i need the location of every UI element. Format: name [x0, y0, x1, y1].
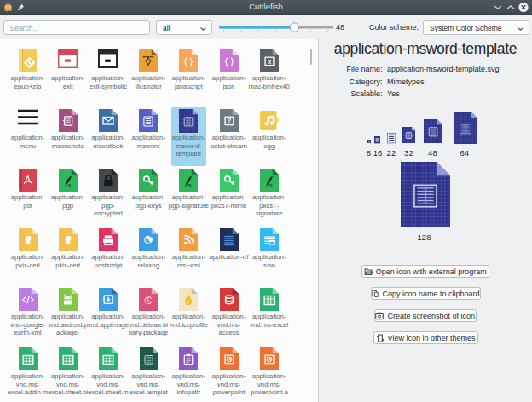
svg-text:x: x	[267, 57, 271, 65]
svg-text:?: ?	[227, 117, 231, 124]
